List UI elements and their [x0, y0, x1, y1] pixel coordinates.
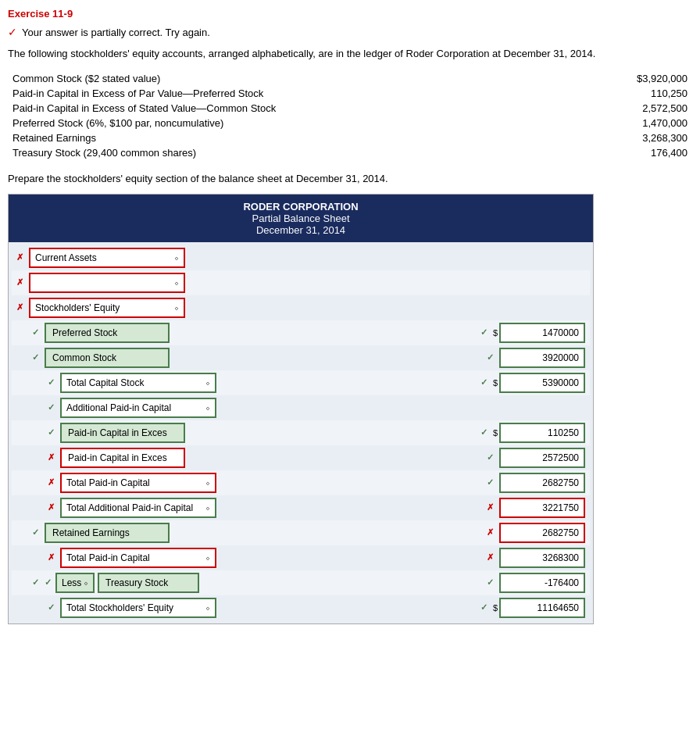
- account-value: 2,572,500: [569, 101, 692, 116]
- bs-row-common-stock-row: ✓ Common Stock ✓ 3920000: [12, 345, 590, 370]
- row-marker: ✗: [16, 252, 26, 263]
- right-field-retained-earnings-row[interactable]: 2682750: [499, 523, 585, 543]
- account-value: $3,920,000: [569, 71, 692, 86]
- treasury-label-less-treasury-stock: Treasury Stock: [98, 573, 199, 593]
- label-box-common-stock-row: Common Stock: [45, 348, 170, 368]
- dropdown-field-total-stockholders[interactable]: Total Stockholders' Equity ⬦: [60, 598, 216, 618]
- row-marker-left: ✗: [48, 552, 57, 563]
- row-marker-left: ✓: [48, 377, 57, 388]
- bs-row-preferred-stock-row: ✓ Preferred Stock ✓ $ 1470000: [12, 320, 590, 345]
- dropdown-field-total-capital-stock[interactable]: Total Capital Stock ⬦: [60, 373, 216, 393]
- accounts-table: Common Stock ($2 stated value)$3,920,000…: [8, 71, 692, 160]
- row-marker-mid: ✓: [487, 452, 496, 463]
- dropdown-field-empty-dropdown[interactable]: ⬦: [29, 273, 185, 293]
- right-field-total-paid-in-capital-2[interactable]: 3268300: [499, 548, 585, 568]
- bs-row-total-additional-paid: ✗ Total Additional Paid-in Capital ⬦ ✗ 3…: [12, 495, 590, 520]
- right-field-total-paid-in-capital-1[interactable]: 2682750: [499, 473, 585, 493]
- status-bar: ✓ Your answer is partially correct. Try …: [8, 26, 692, 38]
- account-row: Preferred Stock (6%, $100 par, noncumula…: [8, 116, 692, 130]
- amount-field-paid-in-excess-2[interactable]: 2572500: [499, 448, 585, 468]
- bs-row-less-treasury-stock: ✓ ✓ Less ⬦ Treasury Stock ✓ -176400: [12, 570, 590, 595]
- bs-row-total-capital-stock: ✓ Total Capital Stock ⬦ ✓ $ 5390000: [12, 370, 590, 395]
- row-marker-left: ✓: [32, 327, 41, 338]
- row-marker-right: ✓: [487, 577, 496, 588]
- dollar-sign: $: [493, 328, 498, 338]
- account-row: Paid-in Capital in Excess of Par Value—P…: [8, 86, 692, 101]
- bs-row-paid-in-excess-1: ✓ Paid-in Capital in Exces ✓ $ 110250: [12, 420, 590, 445]
- account-row: Paid-in Capital in Excess of Stated Valu…: [8, 101, 692, 116]
- right-field-total-stockholders[interactable]: 11164650: [499, 598, 585, 618]
- row-marker-left: ✓: [48, 427, 57, 438]
- amount-field-common-stock-row[interactable]: 3920000: [499, 348, 585, 368]
- row-marker-right: ✓: [480, 602, 490, 613]
- status-icon: ✓: [8, 26, 17, 38]
- account-label: Common Stock ($2 stated value): [8, 71, 569, 86]
- row-marker-left: ✓: [32, 352, 41, 363]
- row-marker-left: ✗: [48, 477, 57, 488]
- row-marker-mid: ✓: [480, 427, 490, 438]
- right-field-total-capital-stock[interactable]: 5390000: [499, 373, 585, 393]
- exercise-title: Exercise 11-9: [8, 8, 692, 20]
- account-value: 176,400: [569, 145, 692, 160]
- row-marker: ✓: [48, 402, 57, 413]
- bs-body: ✗ Current Assets ⬦ ✗ ⬦ ✗ Stockholders' E…: [9, 242, 593, 623]
- account-row: Common Stock ($2 stated value)$3,920,000: [8, 71, 692, 86]
- bs-date: December 31, 2014: [15, 224, 587, 236]
- row-marker: ✗: [16, 277, 26, 288]
- label-box-paid-in-excess-1: Paid-in Capital in Exces: [60, 423, 185, 443]
- dropdown-field-total-additional-paid[interactable]: Total Additional Paid-in Capital ⬦: [60, 498, 216, 518]
- account-label: Paid-in Capital in Excess of Par Value—P…: [8, 86, 569, 101]
- dropdown-field-total-paid-in-capital-1[interactable]: Total Paid-in Capital ⬦: [60, 473, 216, 493]
- account-label: Treasury Stock (29,400 common shares): [8, 145, 569, 160]
- row-marker-left: ✓: [32, 577, 41, 588]
- dropdown-field-total-paid-in-capital-2[interactable]: Total Paid-in Capital ⬦: [60, 548, 216, 568]
- right-field-less-treasury-stock[interactable]: -176400: [499, 573, 585, 593]
- account-value: 3,268,300: [569, 130, 692, 145]
- bs-row-current-assets: ✗ Current Assets ⬦: [12, 245, 590, 270]
- dropdown-field-current-assets[interactable]: Current Assets ⬦: [29, 248, 185, 268]
- bs-row-retained-earnings-row: ✓ Retained Earnings ✗ 2682750: [12, 520, 590, 545]
- account-value: 1,470,000: [569, 116, 692, 130]
- account-label: Retained Earnings: [8, 130, 569, 145]
- row-marker-mid: ✓: [480, 327, 490, 338]
- account-value: 110,250: [569, 86, 692, 101]
- amount-field-preferred-stock-row[interactable]: 1470000: [499, 323, 585, 343]
- label-box-preferred-stock-row: Preferred Stock: [45, 323, 170, 343]
- bs-row-empty-dropdown: ✗ ⬦: [12, 270, 590, 295]
- prepare-text: Prepare the stockholders' equity section…: [8, 173, 692, 184]
- account-label: Paid-in Capital in Excess of Stated Valu…: [8, 101, 569, 116]
- label-box-retained-earnings-row: Retained Earnings: [45, 523, 170, 543]
- row-marker-right: ✗: [487, 552, 496, 563]
- bs-row-additional-paid-in: ✓ Additional Paid-in Capital ⬦: [12, 395, 590, 420]
- bs-row-total-stockholders: ✓ Total Stockholders' Equity ⬦ ✓ $ 11164…: [12, 595, 590, 620]
- bs-row-total-paid-in-capital-1: ✗ Total Paid-in Capital ⬦ ✓ 2682750: [12, 470, 590, 495]
- account-row: Retained Earnings3,268,300: [8, 130, 692, 145]
- status-text: Your answer is partially correct. Try ag…: [22, 27, 210, 38]
- label-box-paid-in-excess-2: Paid-in Capital in Exces: [60, 448, 185, 468]
- bs-row-paid-in-excess-2: ✗ Paid-in Capital in Exces ✓ 2572500: [12, 445, 590, 470]
- dollar-sign: $: [493, 428, 498, 438]
- row-marker-right: ✓: [480, 377, 490, 388]
- row-marker-right: ✗: [487, 502, 496, 513]
- account-label: Preferred Stock (6%, $100 par, noncumula…: [8, 116, 569, 130]
- bs-row-total-paid-in-capital-2: ✗ Total Paid-in Capital ⬦ ✗ 3268300: [12, 545, 590, 570]
- bs-subtitle: Partial Balance Sheet: [15, 213, 587, 224]
- row-marker-mid: ✓: [487, 352, 496, 363]
- right-field-total-additional-paid[interactable]: 3221750: [499, 498, 585, 518]
- dollar-sign: $: [493, 378, 498, 388]
- row-marker: ✗: [16, 302, 26, 313]
- row-marker-left: ✗: [48, 502, 57, 513]
- amount-field-paid-in-excess-1[interactable]: 110250: [499, 423, 585, 443]
- account-row: Treasury Stock (29,400 common shares)176…: [8, 145, 692, 160]
- dollar-sign: $: [493, 603, 498, 613]
- intro-text: The following stockholders' equity accou…: [8, 46, 692, 62]
- dropdown-field-stockholders-equity[interactable]: Stockholders' Equity ⬦: [29, 298, 185, 318]
- balance-sheet: RODER CORPORATION Partial Balance Sheet …: [8, 194, 594, 624]
- row-marker-label: ✓: [45, 577, 54, 588]
- bs-header: RODER CORPORATION Partial Balance Sheet …: [9, 195, 593, 242]
- row-marker-left: ✗: [48, 452, 57, 463]
- row-marker-left: ✓: [48, 602, 57, 613]
- row-marker-right: ✗: [487, 527, 496, 538]
- less-dropdown-less-treasury-stock[interactable]: Less ⬦: [55, 573, 95, 593]
- dropdown-field-additional-paid-in[interactable]: Additional Paid-in Capital ⬦: [60, 398, 216, 418]
